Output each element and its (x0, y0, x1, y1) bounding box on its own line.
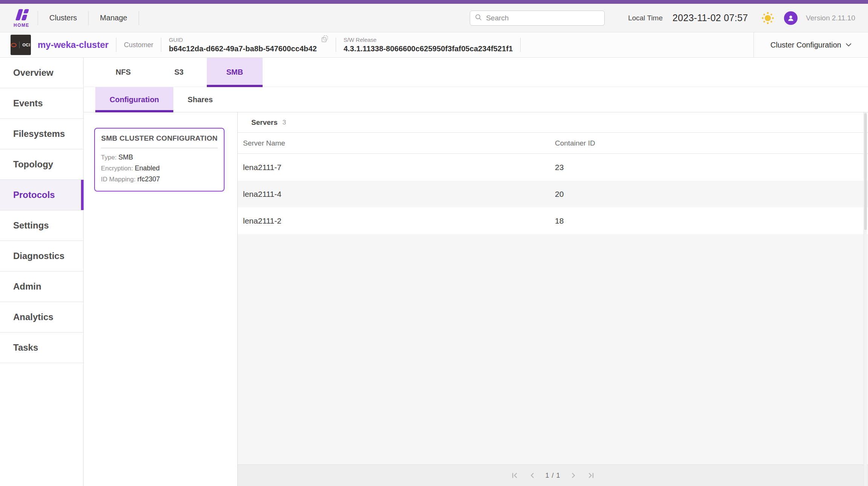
sidebar-item-events[interactable]: Events (0, 88, 83, 119)
home-logo-button[interactable]: HOME (11, 8, 32, 28)
protocol-tabs: NFS S3 SMB (84, 58, 868, 87)
local-time-value: 2023-11-02 07:57 (672, 12, 748, 23)
version-label: Version 2.11.10 (806, 14, 855, 22)
copy-icon (321, 35, 328, 42)
tab-s3[interactable]: S3 (151, 58, 207, 87)
table-row[interactable]: lena2111-2 18 (238, 207, 868, 234)
search-input[interactable] (486, 14, 600, 22)
page-indicator: 1 / 1 (545, 472, 560, 480)
top-bar: HOME Clusters Manage Local Time 2023-11-… (0, 4, 868, 32)
previous-page-button[interactable] (529, 472, 535, 479)
table-row[interactable]: lena2111-7 23 (238, 154, 868, 181)
servers-count-badge: 3 (283, 119, 286, 126)
last-page-button[interactable] (587, 472, 594, 479)
sidebar-item-tasks[interactable]: Tasks (0, 333, 83, 363)
divider (161, 38, 161, 52)
sun-icon (761, 12, 774, 25)
oci-logo: OCI (11, 35, 31, 55)
local-time-label: Local Time (628, 14, 663, 22)
cell-server-name: lena2111-7 (238, 163, 555, 172)
last-page-icon (587, 472, 594, 479)
guid-label: GUID (169, 36, 317, 44)
sidebar-item-topology[interactable]: Topology (0, 149, 83, 180)
sidebar-item-protocols[interactable]: Protocols (0, 180, 83, 210)
cell-server-name: lena2111-4 (238, 190, 555, 199)
sw-release-block: S/W Release 4.3.1.11338-8066600c625950f3… (344, 36, 513, 54)
config-label: ID Mapping: (101, 176, 136, 183)
top-accent-strip (0, 0, 868, 4)
sidebar: Overview Events Filesystems Topology Pro… (0, 58, 84, 486)
config-value: rfc2307 (137, 175, 160, 183)
sidebar-item-overview[interactable]: Overview (0, 58, 83, 88)
config-row-encryption: Encryption: Enabled (101, 163, 218, 174)
home-logo-label: HOME (14, 23, 29, 28)
pagination-bar: 1 / 1 (238, 465, 868, 486)
oci-o-icon (11, 43, 17, 47)
user-icon (787, 14, 795, 22)
config-card-title: SMB CLUSTER CONFIGURATION (101, 134, 218, 143)
tab-nfs[interactable]: NFS (95, 58, 151, 87)
config-row-type: Type: SMB (101, 152, 218, 163)
chevron-down-icon (846, 43, 851, 47)
sidebar-item-analytics[interactable]: Analytics (0, 302, 83, 333)
cell-container-id: 20 (555, 190, 868, 199)
search-icon (475, 14, 482, 23)
subtab-configuration[interactable]: Configuration (95, 87, 173, 112)
first-page-button[interactable] (511, 472, 519, 479)
next-page-icon (571, 472, 576, 479)
sidebar-item-admin[interactable]: Admin (0, 271, 83, 302)
sidebar-item-settings[interactable]: Settings (0, 210, 83, 241)
divider (101, 148, 218, 148)
sidebar-item-diagnostics[interactable]: Diagnostics (0, 241, 83, 271)
cell-container-id: 23 (555, 163, 868, 172)
divider (116, 38, 116, 52)
sidebar-item-filesystems[interactable]: Filesystems (0, 119, 83, 149)
sw-release-label: S/W Release (344, 36, 513, 44)
smb-subtabs: Configuration Shares (84, 87, 868, 112)
config-label: Encryption: (101, 165, 133, 172)
next-page-button[interactable] (571, 472, 576, 479)
guid-block: GUID b64c12da-d662-49a7-ba8b-547600cc4b4… (169, 36, 317, 54)
divider (19, 41, 20, 48)
cluster-configuration-dropdown[interactable]: Cluster Configuration (753, 32, 868, 57)
servers-title: Servers (251, 118, 278, 127)
servers-table-header: Server Name Container ID (238, 133, 868, 154)
smb-cluster-configuration-card: SMB CLUSTER CONFIGURATION Type: SMB Encr… (94, 128, 225, 192)
guid-value: b64c12da-d662-49a7-ba8b-547600cc4b42 (169, 44, 317, 54)
divider (336, 38, 336, 52)
cell-container-id: 18 (555, 216, 868, 225)
weka-logo-icon (14, 8, 29, 23)
cluster-bar: OCI my-weka-cluster Customer GUID b64c12… (0, 32, 868, 58)
cluster-configuration-dropdown-label: Cluster Configuration (770, 41, 841, 49)
main-area: Overview Events Filesystems Topology Pro… (0, 58, 868, 486)
nav-item-manage[interactable]: Manage (90, 4, 137, 32)
cell-server-name: lena2111-2 (238, 216, 555, 225)
oci-logo-label: OCI (22, 43, 30, 47)
column-header-container-id: Container ID (555, 139, 868, 147)
first-page-icon (511, 472, 519, 479)
customer-label: Customer (124, 41, 153, 49)
table-row[interactable]: lena2111-4 20 (238, 181, 868, 207)
weka-app: HOME Clusters Manage Local Time 2023-11-… (0, 0, 868, 486)
servers-panel-header: Servers 3 (238, 112, 868, 133)
config-value: SMB (118, 153, 133, 161)
nav-item-clusters[interactable]: Clusters (40, 4, 87, 32)
theme-toggle-button[interactable] (761, 12, 774, 25)
copy-guid-button[interactable] (321, 35, 328, 42)
subtab-shares[interactable]: Shares (173, 87, 227, 112)
user-avatar-button[interactable] (784, 11, 798, 25)
sw-release-value: 4.3.1.11338-8066600c625950f3faf05ca234f5… (344, 44, 513, 54)
config-value: Enabled (135, 164, 160, 172)
divider (88, 11, 89, 25)
table-empty-area (238, 234, 868, 465)
smb-config-panel: SMB CLUSTER CONFIGURATION Type: SMB Encr… (84, 112, 238, 486)
vertical-scrollbar[interactable] (863, 112, 867, 486)
protocols-content: NFS S3 SMB Configuration Shares SMB CLUS… (84, 58, 868, 486)
scrollbar-thumb[interactable] (864, 113, 867, 230)
servers-panel: Servers 3 Server Name Container ID lena2… (238, 112, 868, 486)
divider (38, 11, 38, 25)
search-box[interactable] (470, 11, 605, 26)
tab-smb[interactable]: SMB (207, 58, 263, 87)
smb-configuration-body: SMB CLUSTER CONFIGURATION Type: SMB Encr… (84, 112, 868, 486)
config-label: Type: (101, 154, 117, 161)
